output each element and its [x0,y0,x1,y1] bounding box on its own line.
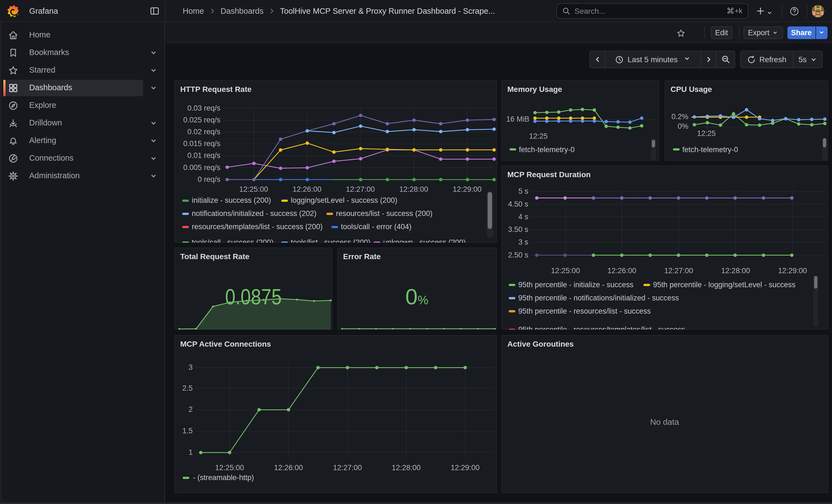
svg-text:16 MiB: 16 MiB [506,115,529,123]
svg-text:resources/templates/list - suc: resources/templates/list - success (200) [191,222,322,231]
svg-text:12:26:00: 12:26:00 [607,266,636,274]
svg-text:initialize - success (200): initialize - success (200) [191,196,271,205]
svg-text:1.5: 1.5 [182,426,192,435]
svg-text:12:28:00: 12:28:00 [399,185,428,193]
svg-text:0.02 req/s: 0.02 req/s [187,128,220,136]
svg-text:12:25:00: 12:25:00 [215,463,244,472]
svg-text:2.50 s: 2.50 s [508,250,528,259]
svg-text:4 s: 4 s [518,212,528,221]
svg-text:12:26:00: 12:26:00 [274,463,303,472]
svg-text:0.2%: 0.2% [671,112,688,121]
svg-text:12:26:00: 12:26:00 [292,185,321,193]
svg-text:12:29:00: 12:29:00 [452,185,481,193]
svg-text:12:27:00: 12:27:00 [345,185,374,193]
svg-text:unknown - success (200): unknown - success (200) [383,238,466,243]
svg-text:12:28:00: 12:28:00 [391,463,420,472]
svg-text:tools/list - success (200): tools/list - success (200) [290,238,370,243]
svg-text:logging/setLevel - success (20: logging/setLevel - success (200) [290,196,397,205]
svg-text:0.03 req/s: 0.03 req/s [187,104,220,112]
svg-text:12:25:00: 12:25:00 [239,185,268,193]
svg-text:0.015 req/s: 0.015 req/s [183,139,220,148]
svg-text:0 req/s: 0 req/s [197,175,220,184]
svg-text:3 s: 3 s [518,238,528,246]
svg-text:12:29:00: 12:29:00 [778,266,807,274]
svg-text:12:28:00: 12:28:00 [721,266,750,274]
svg-text:0%: 0% [677,122,688,130]
svg-text:95th percentile - notification: 95th percentile - notifications/initiali… [518,294,679,302]
svg-text:1: 1 [188,448,192,456]
svg-text:tools/call - success (200): tools/call - success (200) [191,238,273,243]
svg-text:95th percentile - resources/li: 95th percentile - resources/list - succe… [518,307,651,315]
svg-text:12:29:00: 12:29:00 [450,463,479,472]
svg-text:resources/list - success (200): resources/list - success (200) [336,209,432,218]
svg-text:95th percentile - resources/te: 95th percentile - resources/templates/li… [518,325,685,329]
svg-text:5 s: 5 s [518,187,528,195]
svg-text:0.005 req/s: 0.005 req/s [183,163,220,172]
svg-text:12:27:00: 12:27:00 [333,463,362,472]
svg-text:fetch-telemetry-0: fetch-telemetry-0 [519,145,575,154]
svg-text:95th percentile - initialize -: 95th percentile - initialize - success [518,280,634,289]
svg-text:0.025 req/s: 0.025 req/s [183,116,220,124]
svg-text:2: 2 [188,405,192,413]
svg-text:12:25:00: 12:25:00 [551,266,580,274]
svg-text:2.5: 2.5 [182,384,192,392]
svg-text:notifications/initialized - su: notifications/initialized - success (202… [191,209,316,218]
svg-text:12:25: 12:25 [697,129,716,137]
svg-text:fetch-telemetry-0: fetch-telemetry-0 [682,145,738,154]
svg-text:12:27:00: 12:27:00 [664,266,693,274]
svg-text:95th percentile - logging/setL: 95th percentile - logging/setLevel - suc… [653,280,796,289]
svg-text:4.50 s: 4.50 s [508,200,528,208]
svg-text:3.50 s: 3.50 s [508,225,528,233]
svg-text:0.01 req/s: 0.01 req/s [187,151,220,160]
svg-text:tools/call - error (404): tools/call - error (404) [341,222,411,231]
svg-text:- (streamable-http): - (streamable-http) [192,473,254,481]
svg-text:12:25: 12:25 [529,132,548,140]
svg-text:3: 3 [188,363,192,371]
